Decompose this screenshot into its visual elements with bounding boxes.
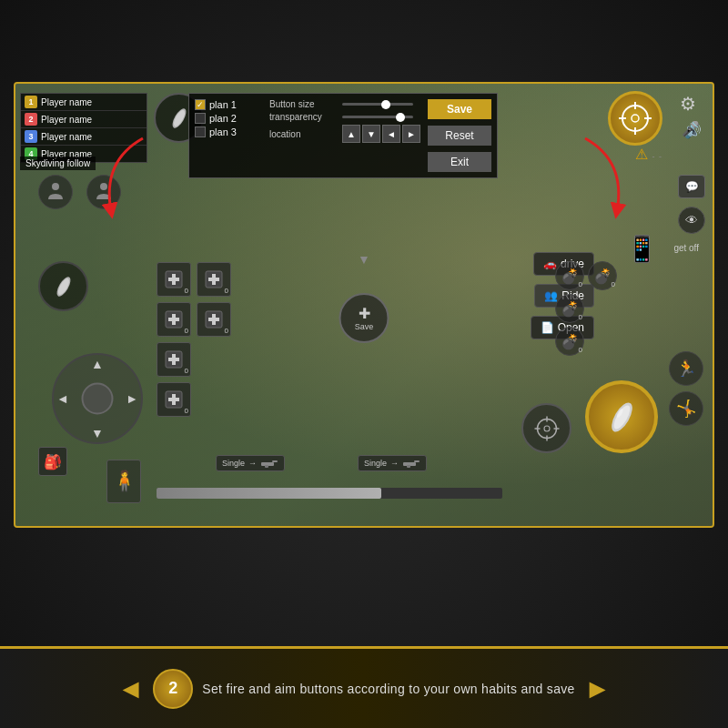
person-run-1[interactable]: 🏃: [669, 351, 703, 386]
svg-rect-31: [272, 460, 278, 462]
player-item-2[interactable]: 2 Player name: [21, 111, 147, 128]
single-fire-label-1: Single: [222, 459, 245, 468]
person-run-2[interactable]: 🤸: [669, 391, 703, 426]
save-circle-label: Save: [355, 322, 374, 331]
single-fire-label-2: Single: [364, 459, 387, 468]
location-left-button[interactable]: ◄: [382, 125, 400, 143]
player-num-1: 1: [25, 96, 37, 108]
svg-rect-35: [407, 465, 410, 468]
location-up-button[interactable]: ▲: [342, 125, 360, 143]
grenade-1[interactable]: 💣 0: [555, 261, 584, 290]
medkit-1[interactable]: 0: [157, 262, 191, 297]
medkit-6[interactable]: 0: [157, 382, 191, 417]
plan-2-label: plan 2: [209, 113, 250, 124]
ammo-bar: [157, 488, 502, 499]
plan-row-1[interactable]: ✓ plan 1: [195, 99, 262, 110]
person-svg-1: [45, 181, 66, 203]
button-size-track[interactable]: [342, 103, 413, 106]
right-bullet-icon: [602, 397, 642, 438]
aim-circle-bottom-right[interactable]: [521, 403, 571, 453]
person-run-icons: 🏃 🤸: [669, 351, 703, 426]
single-fire-btn-2[interactable]: Single →: [358, 455, 427, 471]
grenade-count-2: 0: [612, 280, 615, 288]
plan-row-2[interactable]: plan 2: [195, 113, 262, 124]
instruction-bar: ◄ 2 Set fire and aim buttons according t…: [0, 646, 728, 728]
svg-point-3: [632, 115, 639, 122]
location-right-button[interactable]: ►: [402, 125, 420, 143]
player-name-2: Player name: [41, 115, 92, 125]
svg-rect-29: [168, 398, 179, 401]
right-bullet-circle[interactable]: [585, 380, 658, 453]
medkit-count-5: 0: [185, 367, 188, 375]
single-fire-arrow-1: →: [248, 459, 257, 468]
location-down-button[interactable]: ▼: [362, 125, 380, 143]
medkit-icon-6: [164, 389, 184, 410]
save-circle-button[interactable]: ✚ Save: [339, 293, 389, 343]
plan-2-checkbox[interactable]: [195, 113, 206, 124]
directional-pad[interactable]: ▲ ▼ ◄ ►: [52, 353, 143, 444]
crosshair-icon-bottom: [533, 415, 561, 442]
grenade-2[interactable]: 💣 0: [588, 261, 617, 290]
button-size-row: Button size: [269, 99, 420, 109]
transparency-label: transparency: [269, 112, 342, 122]
chat-bubble[interactable]: 💬: [678, 175, 705, 198]
gear-icon[interactable]: ⚙: [680, 93, 705, 118]
dpad-right-arrow[interactable]: ►: [126, 392, 138, 405]
player-item-1[interactable]: 1 Player name: [21, 94, 147, 111]
player-num-3: 3: [25, 130, 37, 143]
red-arrow-right: [571, 134, 644, 228]
single-fire-arrow-2: →: [390, 459, 399, 468]
get-off-text: get off: [673, 243, 699, 253]
svg-point-8: [52, 183, 59, 190]
reset-button[interactable]: Reset: [428, 126, 491, 146]
transparency-track[interactable]: [342, 116, 413, 118]
medkit-3[interactable]: 0: [157, 302, 191, 337]
folder-icon: 📄: [541, 321, 554, 334]
medkit-4[interactable]: 0: [197, 302, 231, 337]
button-size-thumb[interactable]: [381, 100, 390, 109]
grenade-4[interactable]: 💣 0: [555, 327, 584, 356]
location-controls: ▲ ▼ ◄ ►: [342, 125, 420, 143]
character-icon[interactable]: 🧍: [106, 460, 141, 503]
phone-hand-icon[interactable]: 📱: [626, 234, 667, 275]
person-icon-1[interactable]: [38, 175, 73, 209]
grenade-3[interactable]: 💣 0: [555, 294, 584, 323]
plan-1-label: plan 1: [209, 99, 250, 110]
instruction-number-circle: 2: [153, 669, 193, 709]
grenade-count-1: 0: [579, 280, 582, 288]
plan-row-3[interactable]: plan 3: [195, 126, 262, 137]
plan-3-label: plan 3: [209, 126, 250, 137]
medkit-icon-5: [164, 349, 184, 369]
player-num-2: 2: [25, 113, 37, 126]
medkit-icon-2: [204, 269, 224, 289]
medkit-5[interactable]: 0: [157, 342, 191, 377]
medkit-count-6: 0: [185, 407, 188, 415]
scroll-down-icon[interactable]: ▼: [358, 252, 370, 267]
plan-list: ✓ plan 1 plan 2 plan 3: [195, 99, 262, 172]
single-fire-btn-1[interactable]: Single →: [216, 455, 285, 471]
inventory-icon[interactable]: 🎒: [38, 447, 67, 476]
dpad-left-arrow[interactable]: ◄: [56, 392, 69, 405]
medkit-count-4: 0: [225, 327, 228, 335]
chevron-right-icon: ►: [584, 673, 612, 704]
medkit-icon-1: [164, 269, 184, 289]
mic-icon[interactable]: 🎤: [682, 120, 705, 144]
exit-button[interactable]: Exit: [428, 152, 491, 172]
plan-3-checkbox[interactable]: [195, 126, 206, 137]
medkit-count-2: 0: [225, 287, 228, 295]
settings-sliders: Button size transparency location: [269, 99, 420, 172]
dpad-down-arrow[interactable]: ▼: [91, 427, 104, 440]
eye-button[interactable]: 👁: [678, 207, 705, 234]
save-button[interactable]: Save: [428, 99, 491, 119]
left-bullet-circle[interactable]: [38, 261, 88, 311]
dpad-up-arrow[interactable]: ▲: [91, 358, 104, 370]
grenade-row-1: 💣 0 💣 0: [555, 261, 617, 290]
grenade-row-2: 💣 0: [555, 294, 617, 323]
ammo-fill: [157, 488, 381, 499]
game-screen: 1 Player name 2 Player name 3 Player nam…: [14, 82, 714, 528]
medkit-count-3: 0: [185, 327, 188, 335]
plan-1-checkbox[interactable]: ✓: [195, 99, 206, 110]
single-fire-row: Single → Single →: [216, 455, 427, 471]
transparency-thumb[interactable]: [396, 113, 405, 122]
medkit-2[interactable]: 0: [197, 262, 231, 297]
